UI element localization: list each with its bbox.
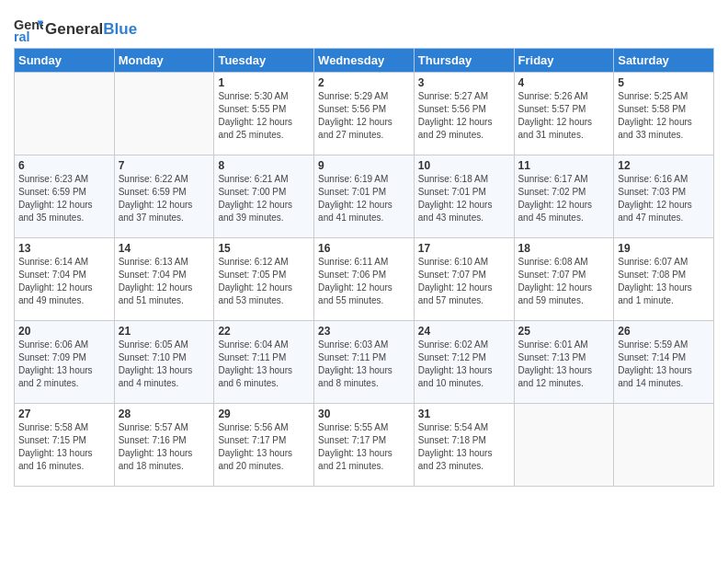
calendar-cell: 5Sunrise: 5:25 AMSunset: 5:58 PMDaylight…: [614, 73, 714, 155]
calendar-cell: 8Sunrise: 6:21 AMSunset: 7:00 PMDaylight…: [214, 155, 314, 238]
calendar-cell: 19Sunrise: 6:07 AMSunset: 7:08 PMDayligh…: [614, 238, 714, 321]
calendar-cell: 29Sunrise: 5:56 AMSunset: 7:17 PMDayligh…: [214, 404, 314, 487]
day-number: 8: [218, 159, 310, 172]
calendar-cell: 12Sunrise: 6:16 AMSunset: 7:03 PMDayligh…: [614, 155, 714, 238]
weekday-header-tuesday: Tuesday: [214, 49, 314, 73]
day-number: 20: [18, 325, 110, 338]
calendar-cell: 30Sunrise: 5:55 AMSunset: 7:17 PMDayligh…: [314, 404, 415, 487]
calendar-cell: 4Sunrise: 5:26 AMSunset: 5:57 PMDaylight…: [514, 73, 614, 155]
weekday-header-thursday: Thursday: [414, 49, 514, 73]
sun-info: Sunrise: 6:01 AMSunset: 7:13 PMDaylight:…: [518, 339, 610, 390]
calendar-cell: 21Sunrise: 6:05 AMSunset: 7:10 PMDayligh…: [114, 321, 214, 404]
calendar-cell: 7Sunrise: 6:22 AMSunset: 6:59 PMDaylight…: [114, 155, 214, 238]
calendar-cell: [614, 404, 714, 487]
logo-icon: Gene ral: [14, 15, 43, 44]
sun-info: Sunrise: 5:27 AMSunset: 5:56 PMDaylight:…: [418, 90, 510, 142]
sun-info: Sunrise: 5:30 AMSunset: 5:55 PMDaylight:…: [218, 90, 310, 142]
calendar-cell: 26Sunrise: 5:59 AMSunset: 7:14 PMDayligh…: [614, 321, 714, 404]
calendar-cell: 24Sunrise: 6:02 AMSunset: 7:12 PMDayligh…: [414, 321, 514, 404]
day-number: 18: [518, 242, 610, 255]
sun-info: Sunrise: 6:07 AMSunset: 7:08 PMDaylight:…: [618, 256, 710, 307]
calendar-week-1: 1Sunrise: 5:30 AMSunset: 5:55 PMDaylight…: [15, 73, 714, 155]
sun-info: Sunrise: 6:13 AMSunset: 7:04 PMDaylight:…: [119, 256, 210, 307]
calendar-cell: [15, 73, 115, 155]
day-number: 11: [518, 159, 610, 172]
calendar-cell: 16Sunrise: 6:11 AMSunset: 7:06 PMDayligh…: [314, 238, 415, 321]
day-number: 26: [618, 325, 710, 338]
calendar-cell: 3Sunrise: 5:27 AMSunset: 5:56 PMDaylight…: [414, 73, 514, 155]
day-number: 31: [418, 408, 510, 420]
day-number: 7: [119, 159, 210, 172]
weekday-header-saturday: Saturday: [614, 49, 714, 73]
day-number: 24: [418, 325, 510, 338]
sun-info: Sunrise: 6:17 AMSunset: 7:02 PMDaylight:…: [518, 173, 610, 224]
day-number: 9: [318, 159, 410, 172]
sun-info: Sunrise: 5:59 AMSunset: 7:14 PMDaylight:…: [618, 339, 710, 390]
day-number: 29: [218, 408, 310, 420]
calendar-week-5: 27Sunrise: 5:58 AMSunset: 7:15 PMDayligh…: [15, 404, 714, 487]
logo-general: General: [45, 20, 103, 38]
logo: Gene ral GeneralBlue: [14, 15, 137, 44]
calendar-cell: 18Sunrise: 6:08 AMSunset: 7:07 PMDayligh…: [514, 238, 614, 321]
sun-info: Sunrise: 6:22 AMSunset: 6:59 PMDaylight:…: [119, 173, 210, 224]
sun-info: Sunrise: 5:54 AMSunset: 7:18 PMDaylight:…: [418, 421, 510, 473]
weekday-header-wednesday: Wednesday: [314, 49, 415, 73]
day-number: 23: [318, 325, 410, 338]
calendar-cell: 1Sunrise: 5:30 AMSunset: 5:55 PMDaylight…: [214, 73, 314, 155]
day-number: 1: [218, 76, 310, 89]
day-number: 22: [218, 325, 310, 338]
sun-info: Sunrise: 6:12 AMSunset: 7:05 PMDaylight:…: [218, 256, 310, 307]
calendar-week-3: 13Sunrise: 6:14 AMSunset: 7:04 PMDayligh…: [15, 238, 714, 321]
sun-info: Sunrise: 5:25 AMSunset: 5:58 PMDaylight:…: [618, 90, 710, 142]
sun-info: Sunrise: 5:58 AMSunset: 7:15 PMDaylight:…: [18, 421, 110, 473]
calendar-cell: 23Sunrise: 6:03 AMSunset: 7:11 PMDayligh…: [314, 321, 415, 404]
sun-info: Sunrise: 6:23 AMSunset: 6:59 PMDaylight:…: [18, 173, 110, 224]
day-number: 25: [518, 325, 610, 338]
calendar-cell: [514, 404, 614, 487]
day-number: 21: [119, 325, 210, 338]
calendar-table: SundayMondayTuesdayWednesdayThursdayFrid…: [14, 48, 714, 487]
day-number: 5: [618, 76, 710, 89]
calendar-week-2: 6Sunrise: 6:23 AMSunset: 6:59 PMDaylight…: [15, 155, 714, 238]
sun-info: Sunrise: 5:55 AMSunset: 7:17 PMDaylight:…: [318, 421, 410, 473]
day-number: 28: [119, 408, 210, 420]
weekday-header-monday: Monday: [114, 49, 214, 73]
day-number: 12: [618, 159, 710, 172]
calendar-cell: 15Sunrise: 6:12 AMSunset: 7:05 PMDayligh…: [214, 238, 314, 321]
calendar-cell: 14Sunrise: 6:13 AMSunset: 7:04 PMDayligh…: [114, 238, 214, 321]
day-number: 10: [418, 159, 510, 172]
sun-info: Sunrise: 6:03 AMSunset: 7:11 PMDaylight:…: [318, 339, 410, 390]
calendar-cell: 6Sunrise: 6:23 AMSunset: 6:59 PMDaylight…: [15, 155, 115, 238]
sun-info: Sunrise: 6:18 AMSunset: 7:01 PMDaylight:…: [418, 173, 510, 224]
sun-info: Sunrise: 6:21 AMSunset: 7:00 PMDaylight:…: [218, 173, 310, 224]
calendar-week-4: 20Sunrise: 6:06 AMSunset: 7:09 PMDayligh…: [15, 321, 714, 404]
day-number: 4: [518, 76, 610, 89]
day-number: 14: [119, 242, 210, 255]
day-number: 6: [18, 159, 110, 172]
sun-info: Sunrise: 5:56 AMSunset: 7:17 PMDaylight:…: [218, 421, 310, 473]
calendar-cell: [114, 73, 214, 155]
page-header: Gene ral GeneralBlue: [14, 9, 714, 44]
calendar-cell: 28Sunrise: 5:57 AMSunset: 7:16 PMDayligh…: [114, 404, 214, 487]
logo-blue: Blue: [103, 20, 137, 38]
sun-info: Sunrise: 5:29 AMSunset: 5:56 PMDaylight:…: [318, 90, 410, 142]
sun-info: Sunrise: 6:08 AMSunset: 7:07 PMDaylight:…: [518, 256, 610, 307]
sun-info: Sunrise: 6:14 AMSunset: 7:04 PMDaylight:…: [18, 256, 110, 307]
day-number: 27: [18, 408, 110, 420]
day-number: 3: [418, 76, 510, 89]
sun-info: Sunrise: 6:06 AMSunset: 7:09 PMDaylight:…: [18, 339, 110, 390]
calendar-cell: 25Sunrise: 6:01 AMSunset: 7:13 PMDayligh…: [514, 321, 614, 404]
calendar-cell: 22Sunrise: 6:04 AMSunset: 7:11 PMDayligh…: [214, 321, 314, 404]
day-number: 15: [218, 242, 310, 255]
day-number: 2: [318, 76, 410, 89]
sun-info: Sunrise: 6:10 AMSunset: 7:07 PMDaylight:…: [418, 256, 510, 307]
sun-info: Sunrise: 6:05 AMSunset: 7:10 PMDaylight:…: [119, 339, 210, 390]
calendar-cell: 20Sunrise: 6:06 AMSunset: 7:09 PMDayligh…: [15, 321, 115, 404]
sun-info: Sunrise: 6:04 AMSunset: 7:11 PMDaylight:…: [218, 339, 310, 390]
calendar-cell: 17Sunrise: 6:10 AMSunset: 7:07 PMDayligh…: [414, 238, 514, 321]
calendar-cell: 11Sunrise: 6:17 AMSunset: 7:02 PMDayligh…: [514, 155, 614, 238]
day-number: 16: [318, 242, 410, 255]
calendar-cell: 13Sunrise: 6:14 AMSunset: 7:04 PMDayligh…: [15, 238, 115, 321]
calendar-cell: 27Sunrise: 5:58 AMSunset: 7:15 PMDayligh…: [15, 404, 115, 487]
sun-info: Sunrise: 6:11 AMSunset: 7:06 PMDaylight:…: [318, 256, 410, 307]
